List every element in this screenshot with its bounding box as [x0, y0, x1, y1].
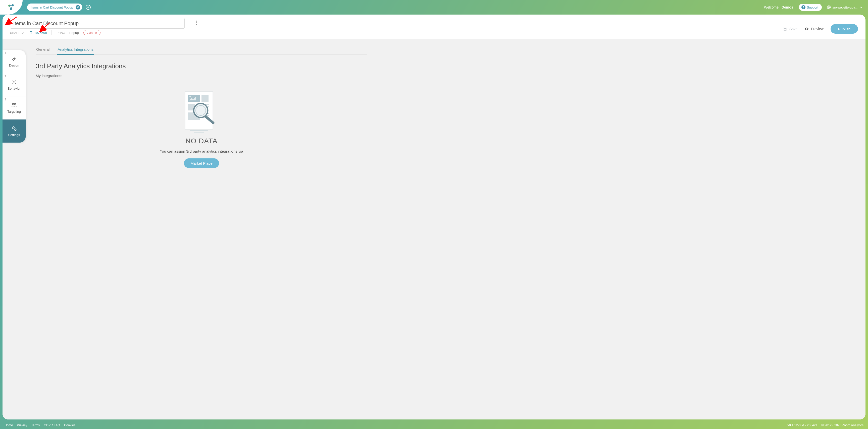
globe-icon	[827, 5, 831, 9]
tab-general[interactable]: General	[36, 46, 50, 55]
step-label: Design	[9, 64, 19, 67]
project-chip-close-icon[interactable]: ✕	[75, 5, 80, 9]
chevron-down-icon	[860, 6, 863, 8]
stepper-nav: 1 Design 2 Behavior 3 Targeting Settings	[2, 50, 26, 142]
settings-icon	[11, 126, 17, 132]
user-menu-label: anywebsite-guy....	[832, 5, 859, 9]
copy-button[interactable]: Copy	[84, 30, 101, 35]
svg-rect-8	[784, 29, 786, 30]
support-avatar-icon	[801, 5, 805, 9]
footer-link-terms[interactable]: Terms	[31, 424, 40, 427]
footer-link-home[interactable]: Home	[4, 424, 13, 427]
svg-rect-15	[188, 95, 200, 102]
behavior-icon	[11, 79, 17, 85]
svg-point-11	[14, 103, 16, 105]
eye-icon	[804, 27, 809, 31]
step-label: Targeting	[7, 110, 21, 113]
tab-analytics-integrations[interactable]: Analytics Integrations	[57, 46, 94, 55]
welcome-prefix: Welcome,	[764, 5, 780, 9]
step-behavior[interactable]: 2 Behavior	[2, 73, 26, 96]
footer-copyright: © 2012 - 2023 Zoom Analytics	[821, 424, 864, 427]
svg-rect-7	[784, 27, 786, 28]
no-data-title: NO DATA	[185, 137, 217, 145]
save-icon	[783, 27, 787, 31]
draft-id-value[interactable]: 1975598	[29, 31, 47, 35]
logo-icon	[7, 3, 15, 11]
settings-tabs: General Analytics Integrations	[36, 46, 367, 55]
svg-point-13	[14, 129, 16, 131]
add-project-button[interactable]: ＋	[86, 5, 91, 10]
support-button[interactable]: Support	[799, 4, 822, 11]
preview-button[interactable]: Preview	[804, 27, 824, 31]
support-label: Support	[807, 5, 818, 9]
footer-version: v0.1.12-30d - 2.2.42e	[787, 424, 817, 427]
footer-link-privacy[interactable]: Privacy	[17, 424, 27, 427]
step-targeting[interactable]: 3 Targeting	[2, 96, 26, 120]
type-value: Popup	[69, 31, 79, 35]
welcome-name: Demos	[782, 5, 794, 9]
step-label: Settings	[8, 133, 20, 137]
section-title: 3rd Party Analytics Integrations	[36, 62, 367, 70]
design-icon	[11, 56, 17, 62]
step-settings[interactable]: Settings	[2, 120, 26, 142]
my-integrations-label: My integrations:	[36, 73, 367, 78]
empty-state-illustration	[183, 90, 220, 133]
targeting-icon	[11, 102, 17, 108]
welcome-text: Welcome, Demos	[764, 5, 794, 9]
svg-point-9	[13, 81, 15, 83]
publish-button[interactable]: Publish	[831, 24, 858, 34]
footer-link-gdpr[interactable]: GDPR FAQ	[44, 424, 60, 427]
type-label: TYPE:	[56, 31, 65, 34]
market-place-button[interactable]: Market Place	[184, 158, 219, 168]
more-menu-button[interactable]	[196, 21, 197, 25]
project-chip-label: Items in Cart Discount Popup	[31, 5, 73, 9]
project-chip[interactable]: Items in Cart Discount Popup ✕	[27, 3, 82, 11]
footer-link-cookies[interactable]: Cookies	[64, 424, 75, 427]
app-logo[interactable]	[0, 0, 23, 14]
no-data-subtitle: You can assign 3rd party analytics integ…	[160, 149, 243, 153]
svg-rect-4	[30, 31, 32, 34]
step-design[interactable]: 1 Design	[2, 50, 26, 73]
svg-point-16	[189, 96, 191, 97]
svg-point-12	[12, 127, 14, 129]
step-label: Behavior	[7, 87, 20, 90]
campaign-title-input[interactable]	[10, 18, 185, 29]
save-button[interactable]: Save	[783, 27, 797, 31]
copy-icon	[94, 31, 97, 34]
user-menu[interactable]: anywebsite-guy....	[827, 5, 863, 9]
svg-point-10	[12, 103, 14, 105]
svg-rect-17	[202, 95, 209, 102]
draft-id-label: DRAFT ID:	[10, 31, 25, 34]
clipboard-icon	[29, 31, 33, 34]
